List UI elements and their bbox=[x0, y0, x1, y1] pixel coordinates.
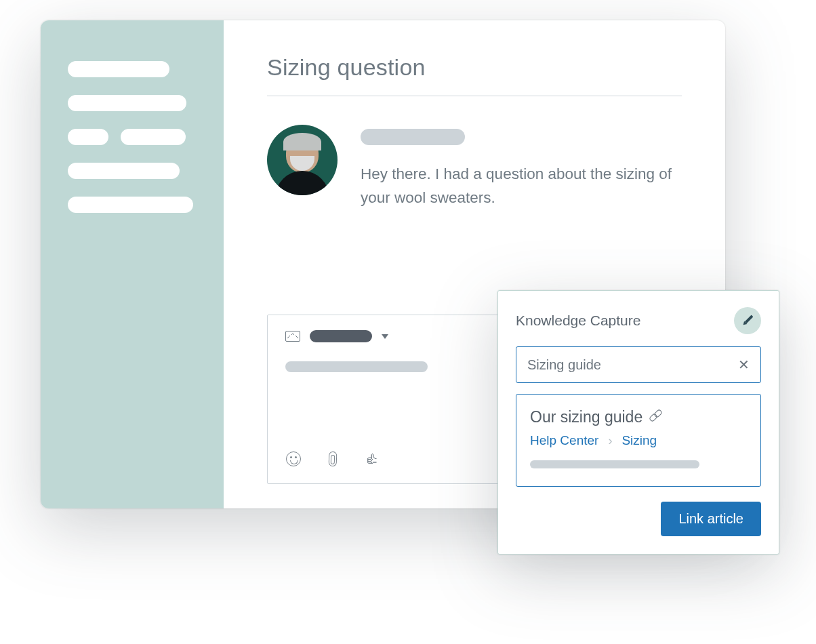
sidebar-item[interactable] bbox=[68, 163, 180, 179]
attachment-button[interactable] bbox=[325, 451, 341, 467]
compose-placeholder bbox=[285, 361, 428, 372]
link-icon bbox=[649, 411, 663, 424]
kc-result-title: Our sizing guide bbox=[530, 408, 642, 426]
kc-edit-button[interactable] bbox=[734, 307, 761, 334]
customer-name-placeholder bbox=[361, 129, 465, 145]
sidebar-item[interactable] bbox=[68, 129, 108, 145]
clear-icon[interactable]: ✕ bbox=[738, 357, 750, 373]
breadcrumb-root[interactable]: Help Center bbox=[530, 433, 598, 448]
kc-breadcrumb: Help Center › Sizing bbox=[530, 433, 747, 448]
kc-result-card[interactable]: Our sizing guide Help Center › Sizing bbox=[516, 394, 761, 487]
recipient-pill[interactable] bbox=[310, 330, 372, 342]
breadcrumb-leaf[interactable]: Sizing bbox=[621, 433, 657, 448]
kc-search-value: Sizing guide bbox=[527, 357, 601, 373]
thumbs-up-button[interactable]: 👍︎ bbox=[364, 451, 380, 467]
emoji-button[interactable] bbox=[285, 451, 302, 467]
sidebar-item[interactable] bbox=[121, 129, 186, 145]
customer-message: Hey there. I had a question about the si… bbox=[267, 96, 682, 210]
message-text: Hey there. I had a question about the si… bbox=[361, 163, 682, 210]
smile-icon bbox=[286, 451, 301, 466]
sidebar-item[interactable] bbox=[68, 197, 193, 213]
avatar bbox=[267, 125, 338, 195]
chevron-down-icon[interactable] bbox=[382, 334, 388, 339]
kc-result-preview bbox=[530, 460, 699, 468]
paperclip-icon bbox=[329, 451, 338, 466]
knowledge-capture-panel: Knowledge Capture Sizing guide ✕ Our siz… bbox=[497, 290, 779, 555]
chevron-right-icon: › bbox=[608, 434, 612, 448]
ticket-title: Sizing question bbox=[267, 54, 682, 96]
sidebar-item[interactable] bbox=[68, 61, 169, 77]
sidebar bbox=[41, 20, 224, 508]
kc-search-input[interactable]: Sizing guide ✕ bbox=[516, 346, 761, 383]
mail-icon bbox=[285, 331, 300, 342]
kc-panel-title: Knowledge Capture bbox=[516, 313, 640, 329]
sidebar-item[interactable] bbox=[68, 95, 186, 111]
pencil-icon bbox=[740, 313, 756, 329]
link-article-button[interactable]: Link article bbox=[661, 502, 761, 536]
